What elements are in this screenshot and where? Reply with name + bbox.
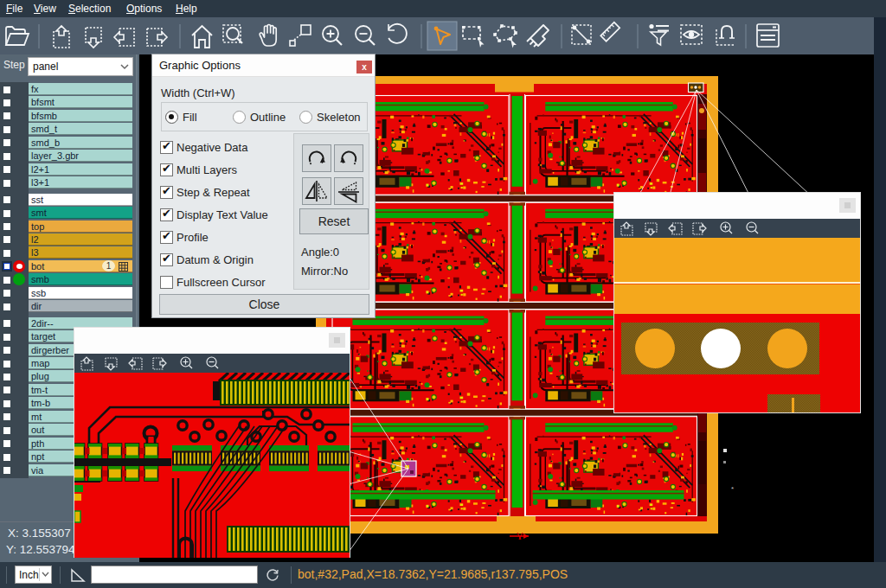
svg-text:*: * (731, 485, 734, 493)
